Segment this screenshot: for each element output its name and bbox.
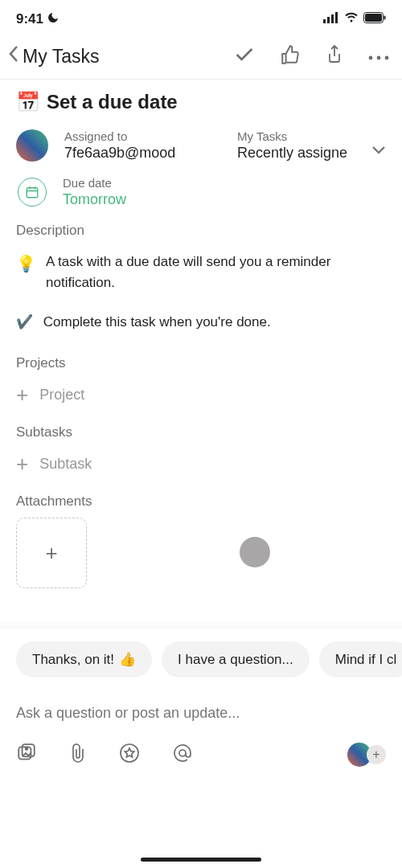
battery-icon [363, 12, 386, 27]
plus-badge-icon: + [367, 745, 386, 764]
add-collaborator[interactable]: + [347, 743, 386, 767]
chevron-down-icon [371, 144, 386, 158]
add-project-button[interactable]: + Project [0, 384, 402, 405]
lightbulb-emoji-icon: 💡 [16, 252, 36, 294]
plus-icon: + [16, 453, 28, 474]
due-date-row[interactable]: Due date Tomorrow [16, 176, 386, 208]
composer-toolbar: + [0, 728, 402, 781]
more-dots-icon[interactable] [368, 49, 389, 63]
add-attachment-button[interactable]: + [16, 518, 87, 588]
chip-question[interactable]: I have a question... [162, 641, 310, 678]
description-line1: A task with a due date will send you a r… [46, 252, 386, 294]
star-circle-icon[interactable] [119, 743, 140, 767]
status-time: 9:41 [16, 11, 43, 27]
complete-check-icon[interactable] [233, 43, 256, 69]
svg-point-13 [26, 747, 28, 750]
due-label: Due date [63, 176, 386, 190]
chip-label: Mind if I cl [335, 652, 397, 668]
due-value: Tomorrow [63, 191, 386, 208]
back-chevron-icon[interactable] [8, 44, 19, 69]
composer-input[interactable] [16, 705, 386, 722]
svg-point-8 [377, 56, 381, 60]
svg-rect-0 [323, 19, 326, 23]
add-subtask-label: Subtask [39, 456, 92, 473]
project-dropdown[interactable]: My Tasks Recently assigne [237, 129, 386, 162]
svg-point-9 [385, 56, 389, 60]
assignee-field[interactable]: Assigned to 7fe6aa9b@mood [64, 129, 213, 162]
header-actions [233, 43, 389, 69]
header-title[interactable]: My Tasks [23, 46, 233, 68]
subtasks-label: Subtasks [0, 424, 402, 440]
wifi-icon [344, 12, 359, 27]
chip-mind-if[interactable]: Mind if I cl [319, 641, 402, 678]
projects-label: Projects [0, 355, 402, 371]
calendar-circle-icon [18, 178, 47, 207]
description-line2: Complete this task when you're done. [43, 314, 271, 330]
svg-rect-2 [331, 14, 334, 23]
like-thumbsup-icon[interactable] [280, 44, 301, 68]
calendar-emoji-icon: 📅 [16, 91, 40, 113]
plus-icon: + [16, 384, 28, 405]
paperclip-icon[interactable] [69, 743, 87, 767]
moon-icon [47, 11, 59, 27]
status-right [323, 12, 386, 27]
assignee-project-row: Assigned to 7fe6aa9b@mood My Tasks Recen… [16, 129, 386, 162]
plus-icon: + [45, 541, 57, 566]
thumbsup-emoji-icon: 👍 [119, 651, 136, 668]
chip-thanks-on-it[interactable]: Thanks, on it! 👍 [16, 641, 152, 678]
add-project-label: Project [39, 387, 84, 403]
checkmark-emoji-icon: ✔️ [16, 314, 33, 330]
mention-at-icon[interactable] [172, 743, 193, 767]
share-icon[interactable] [325, 44, 344, 68]
task-title[interactable]: Set a due date [47, 91, 178, 113]
chip-label: Thanks, on it! [32, 652, 114, 668]
assignee-value: 7fe6aa9b@mood [64, 145, 213, 162]
chip-label: I have a question... [178, 652, 293, 668]
svg-rect-5 [365, 14, 382, 22]
description-label: Description [0, 223, 402, 239]
quick-reply-chips: Thanks, on it! 👍 I have a question... Mi… [0, 628, 402, 690]
svg-point-15 [179, 750, 186, 756]
svg-point-7 [369, 56, 373, 60]
composer [0, 690, 402, 728]
assignee-label: Assigned to [64, 129, 213, 143]
content: 📅 Set a due date Assigned to 7fe6aa9b@mo… [0, 80, 402, 208]
svg-rect-1 [327, 17, 330, 23]
divider [0, 620, 402, 628]
header: My Tasks [0, 35, 402, 80]
project-value: Recently assigne [237, 145, 347, 162]
description-body[interactable]: 💡 A task with a due date will send you a… [0, 252, 402, 333]
image-icon[interactable] [16, 743, 37, 767]
svg-rect-10 [27, 188, 38, 198]
add-subtask-button[interactable]: + Subtask [0, 453, 402, 474]
home-indicator [141, 858, 261, 862]
status-left: 9:41 [16, 11, 59, 27]
status-bar: 9:41 [0, 0, 402, 35]
svg-rect-6 [384, 16, 386, 20]
task-title-row: 📅 Set a due date [16, 91, 386, 113]
gray-dot-overlay [240, 537, 270, 567]
assignee-avatar[interactable] [16, 129, 48, 162]
signal-icon [323, 12, 339, 27]
svg-rect-3 [335, 12, 338, 23]
attachments-label: Attachments [0, 493, 402, 510]
project-label: My Tasks [237, 129, 287, 143]
